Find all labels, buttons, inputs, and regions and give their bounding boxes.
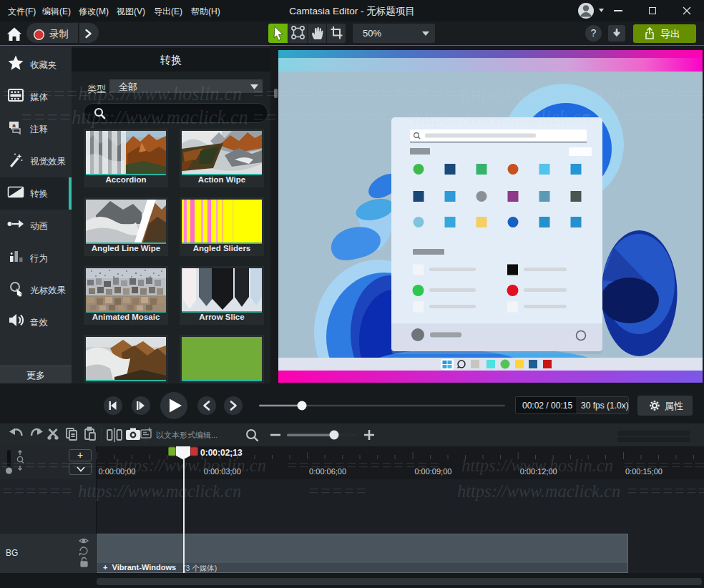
svg-text:00:02 / 00:15: 00:02 / 00:15 — [522, 401, 572, 411]
svg-text:a: a — [12, 122, 16, 129]
svg-text:30 fps (1.0x): 30 fps (1.0x) — [581, 401, 629, 411]
svg-text:0:00:00;00: 0:00:00;00 — [99, 467, 136, 476]
svg-text:以文本形式编辑...: 以文本形式编辑... — [156, 431, 217, 439]
svg-text:0:00:06;00: 0:00:06;00 — [309, 467, 346, 476]
svg-text:属性: 属性 — [665, 401, 683, 411]
svg-text:0:00:12;00: 0:00:12;00 — [520, 467, 557, 476]
svg-text:0:00:03;00: 0:00:03;00 — [204, 467, 241, 476]
svg-text:0:00:15;00: 0:00:15;00 — [625, 467, 663, 476]
svg-text:0:00:09;00: 0:00:09;00 — [414, 467, 451, 476]
